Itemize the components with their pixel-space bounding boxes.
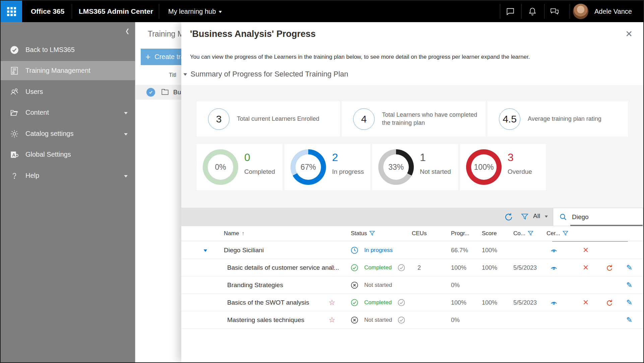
not-started-donut: 33% — [378, 149, 414, 185]
avatar[interactable] — [573, 4, 588, 19]
donut-card-overdue: 100% 3 Overdue — [460, 144, 546, 190]
user-name[interactable]: Adele Vance — [594, 1, 632, 22]
row-name: Branding Strategies — [227, 276, 283, 294]
edit-button[interactable]: ✎ — [626, 259, 632, 276]
users-icon — [9, 87, 19, 97]
donut-label: Completed — [244, 168, 275, 175]
star-icon[interactable]: ☆ — [329, 311, 335, 329]
chat-button[interactable] — [503, 1, 518, 22]
donut-label: In progress — [332, 168, 364, 175]
donut-label: Overdue — [508, 168, 532, 175]
completed-icon — [350, 264, 359, 272]
column-name[interactable]: Name↑ — [224, 230, 244, 237]
divider — [159, 4, 159, 19]
sidebar: ‹ Back to LMS365 Training Management Use… — [1, 22, 135, 363]
filter-button[interactable] — [521, 213, 529, 221]
view-certificate-button[interactable] — [550, 259, 558, 276]
divider — [570, 4, 570, 19]
office-365-link[interactable]: Office 365 — [31, 1, 64, 22]
status-label: Not started — [364, 276, 392, 294]
sidebar-item-users[interactable]: Users — [1, 82, 135, 101]
view-certificate-button[interactable] — [550, 294, 558, 311]
table-row[interactable]: Basics of the SWOT analysis☆Completed100… — [181, 294, 643, 311]
refresh-button[interactable] — [504, 212, 514, 222]
chevron-down-icon: ▾ — [219, 9, 222, 14]
summary-section-toggle[interactable]: ▾ Summary of Progress for Selected Train… — [184, 70, 348, 79]
donut-card-in-progress: 67% 2 In progress — [284, 144, 370, 190]
table-row[interactable]: ▾Diego SicilianiIn progress66.7%100%✕ — [181, 242, 643, 259]
column-score[interactable]: Score — [482, 230, 497, 237]
remove-button[interactable]: ✕ — [583, 294, 589, 311]
create-training-button[interactable]: + Create tra — [141, 49, 181, 65]
close-icon[interactable]: ✕ — [625, 29, 633, 39]
filter-icon[interactable] — [527, 230, 534, 237]
gear-icon — [9, 129, 19, 139]
column-completion[interactable]: Co... — [513, 230, 534, 237]
feedback-button[interactable] — [547, 1, 562, 22]
remove-button[interactable]: ✕ — [583, 259, 589, 276]
sidebar-item-training-management[interactable]: Training Management — [1, 61, 135, 80]
question-icon — [9, 171, 19, 181]
sidebar-item-help[interactable]: Help ▾ — [1, 166, 135, 185]
stat-value: 3 — [208, 108, 230, 130]
in-progress-donut: 67% — [291, 149, 326, 185]
progress-value: 0% — [451, 311, 460, 329]
edit-button[interactable]: ✎ — [626, 311, 632, 329]
column-progress[interactable]: Progr... — [451, 230, 469, 237]
view-certificate-icon — [550, 264, 558, 272]
table-row[interactable]: Mastering sales techniques☆Not started0%… — [181, 311, 643, 329]
training-plan-name: Bu — [173, 89, 181, 96]
star-icon[interactable]: ☆ — [329, 259, 335, 276]
title-column-header[interactable]: Titl — [169, 72, 176, 79]
admin-center-link[interactable]: LMS365 Admin Center — [79, 1, 153, 22]
sidebar-item-content[interactable]: Content ▾ — [1, 103, 135, 122]
table-row[interactable]: Basic details of customer service anal..… — [181, 259, 643, 276]
remove-button[interactable]: ✕ — [583, 242, 589, 259]
notifications-button[interactable] — [525, 1, 540, 22]
chevron-down-icon: ▾ — [124, 131, 128, 137]
column-status[interactable]: Status — [351, 230, 375, 237]
progress-value: 100% — [451, 294, 466, 311]
donut-count: 2 — [332, 151, 338, 164]
edit-button[interactable]: ✎ — [626, 276, 632, 294]
filter-all-dropdown[interactable]: All — [533, 212, 540, 220]
sidebar-item-global-settings[interactable]: A Global Settings — [1, 145, 135, 164]
column-ceus[interactable]: CEUs — [412, 230, 427, 237]
expand-chevron-icon[interactable]: ▾ — [203, 242, 207, 259]
status-label: In progress — [364, 242, 393, 259]
app-launcher-button[interactable] — [1, 1, 22, 22]
donut-label: Not started — [420, 168, 451, 175]
score-value: 100% — [482, 294, 497, 311]
selected-check-icon[interactable] — [146, 88, 155, 97]
donut-count: 3 — [508, 151, 514, 164]
table-body: ▾Diego SicilianiIn progress66.7%100%✕Bas… — [181, 242, 643, 329]
divider — [521, 4, 522, 19]
view-certificate-button[interactable] — [550, 242, 558, 259]
chevron-down-icon[interactable]: ▾ — [545, 214, 548, 219]
row-name: Mastering sales techniques — [227, 311, 304, 329]
progress-dialog: ✕ 'Business Analysis' Progress You can v… — [181, 22, 643, 362]
stat-card-completed-learners: 4 Total Learners who have completed the … — [342, 101, 486, 137]
filter-icon[interactable] — [369, 230, 375, 237]
completion-date: 5/5/2023 — [513, 259, 537, 276]
training-plan-row[interactable]: Bu — [135, 85, 181, 100]
sidebar-item-back-to-lms365[interactable]: Back to LMS365 — [1, 40, 135, 59]
learning-hub-dropdown[interactable]: My learning hub▾ — [168, 1, 221, 22]
retake-button[interactable] — [605, 259, 614, 276]
search-input[interactable] — [571, 213, 644, 221]
retake-icon — [605, 264, 614, 272]
edit-button[interactable]: ✎ — [626, 294, 632, 311]
sidebar-item-catalog-settings[interactable]: Catalog settings ▾ — [1, 124, 135, 143]
table-header: Name↑ Status CEUs Progr... Score Co... C… — [181, 226, 643, 241]
sidebar-collapse-button[interactable]: ‹ — [126, 22, 129, 39]
verified-icon — [397, 316, 405, 324]
status-label: Completed — [364, 294, 392, 311]
star-icon[interactable]: ☆ — [329, 294, 335, 311]
table-row[interactable]: Branding StrategiesNot started0%✎ — [181, 276, 643, 294]
filter-icon[interactable] — [562, 230, 569, 237]
retake-button[interactable] — [605, 294, 614, 311]
sort-ascending-icon: ↑ — [242, 230, 244, 236]
column-certificate[interactable]: Cer... — [546, 230, 569, 237]
stat-label: Average training plan rating — [528, 115, 601, 123]
search-box: ✕ — [553, 208, 643, 226]
